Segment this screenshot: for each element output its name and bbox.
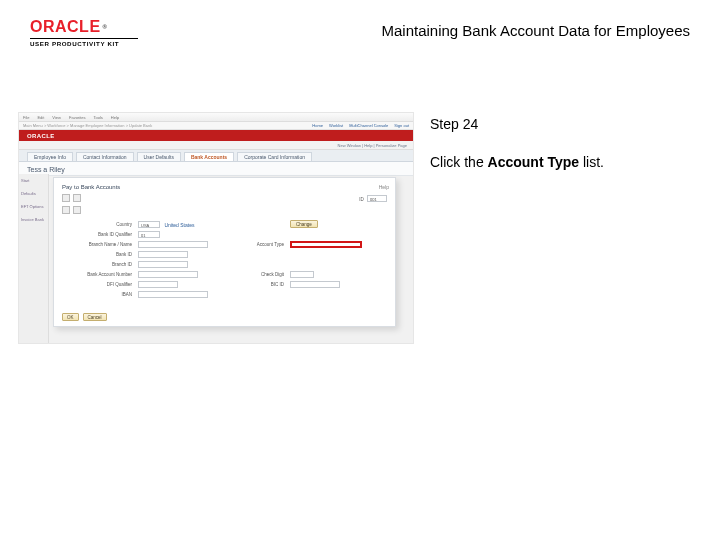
instruction-line: Click the Account Type list. (430, 154, 680, 170)
bankidq-value[interactable]: 01 (138, 231, 160, 238)
menu-help: Help (111, 115, 119, 120)
dfi-input[interactable] (138, 281, 178, 288)
account-type-label: Account Type (224, 242, 284, 247)
app-brandbar: ORACLE (19, 130, 413, 141)
add-icon[interactable] (62, 194, 70, 202)
ok-button[interactable]: OK (62, 313, 79, 321)
branch-id-label: Branch ID (62, 262, 132, 267)
branch-id-input[interactable] (138, 261, 188, 268)
delete-icon[interactable] (73, 194, 81, 202)
menu-file: File (23, 115, 29, 120)
sidebar-item-eft: EFT Options (21, 204, 46, 209)
logo-underline (30, 38, 138, 39)
expand-icon[interactable] (62, 206, 70, 214)
bank-acct-input[interactable] (138, 271, 198, 278)
account-type-list[interactable] (290, 241, 362, 248)
embedded-screenshot: File Edit View Favorites Tools Help Main… (18, 112, 414, 344)
document-title: Maintaining Bank Account Data for Employ… (381, 22, 690, 39)
row-id-value: 001 (367, 195, 387, 202)
page-header: ORACLE ® USER PRODUCTIVITY KIT Maintaini… (0, 18, 720, 60)
breadcrumb-path: Main Menu > Workforce > Manage Employee … (23, 123, 152, 128)
check-digit-input[interactable] (290, 271, 314, 278)
menu-tools: Tools (93, 115, 102, 120)
modal-toolbar-2 (62, 206, 387, 214)
iban-input[interactable] (138, 291, 208, 298)
modal-help-link[interactable]: Help (379, 184, 389, 190)
collapse-icon[interactable] (73, 206, 81, 214)
bank-name-label: Branch Name / Name (62, 242, 132, 247)
bank-id-input[interactable] (138, 251, 188, 258)
bank-account-modal: Help Pay to Bank Accounts ID 001 Country… (53, 177, 396, 327)
country-value: USA (138, 221, 160, 228)
left-sidebar: Start Defaults EFT Options Invoice Bank (19, 174, 49, 343)
employee-name: Tess a Riley (19, 162, 413, 176)
step-label: Step 24 (430, 116, 680, 132)
trademark-symbol: ® (103, 24, 108, 30)
tab-user-defaults[interactable]: User Defaults (137, 152, 181, 161)
menu-edit: Edit (37, 115, 44, 120)
modal-field-grid: Country USA United States Change Bank ID… (62, 220, 387, 298)
country-name: United States (164, 222, 194, 228)
tab-employee-info[interactable]: Employee Info (27, 152, 73, 161)
menu-fav: Favorites (69, 115, 85, 120)
nav-link-mcc: MultiChannel Console (349, 123, 388, 128)
instruction-panel: Step 24 Click the Account Type list. (430, 116, 680, 170)
modal-toolbar: ID 001 (62, 194, 387, 202)
breadcrumb-bar: Main Menu > Workforce > Manage Employee … (19, 122, 413, 130)
menu-view: View (52, 115, 61, 120)
row-id-label: ID 001 (359, 195, 387, 202)
app-subnav: New Window | Help | Personalize Page (19, 141, 413, 150)
instruction-target: Account Type (488, 154, 580, 170)
country-label: Country (62, 222, 132, 227)
change-country-button[interactable]: Change (290, 220, 318, 228)
app-brand-text: ORACLE (27, 133, 55, 139)
sidebar-item-defaults: Defaults (21, 191, 46, 196)
product-line-label: USER PRODUCTIVITY KIT (30, 40, 138, 47)
tab-contact[interactable]: Contact Information (76, 152, 134, 161)
modal-title: Pay to Bank Accounts (62, 184, 387, 190)
page-tabs: Employee Info Contact Information User D… (19, 150, 413, 162)
nav-link-home: Home (312, 123, 323, 128)
oracle-logo: ORACLE ® (30, 18, 138, 36)
tab-corp-card[interactable]: Corporate Card Information (237, 152, 312, 161)
subnav-right-links: New Window | Help | Personalize Page (338, 143, 407, 148)
sidebar-item-start: Start (21, 178, 46, 183)
oracle-logo-text: ORACLE (30, 18, 101, 36)
iban-label: IBAN (62, 292, 132, 297)
cancel-button[interactable]: Cancel (83, 313, 107, 321)
nav-link-worklist: Worklist (329, 123, 343, 128)
bankidq-label: Bank ID Qualifier (62, 232, 132, 237)
tab-bank-accounts[interactable]: Bank Accounts (184, 152, 234, 161)
bank-acct-label: Bank Account Number (62, 272, 132, 277)
dfi-label: DFI Qualifier (62, 282, 132, 287)
sidebar-item-invoice: Invoice Bank (21, 217, 46, 222)
browser-menubar: File Edit View Favorites Tools Help (19, 113, 413, 122)
bank-name-input[interactable] (138, 241, 208, 248)
instruction-prefix: Click the (430, 154, 488, 170)
brand-logo-block: ORACLE ® USER PRODUCTIVITY KIT (30, 18, 138, 47)
bic-input[interactable] (290, 281, 340, 288)
bic-label: BIC ID (224, 282, 284, 287)
nav-link-signout: Sign out (394, 123, 409, 128)
instruction-suffix: list. (579, 154, 604, 170)
bank-id-label: Bank ID (62, 252, 132, 257)
check-digit-label: Check Digit (224, 272, 284, 277)
